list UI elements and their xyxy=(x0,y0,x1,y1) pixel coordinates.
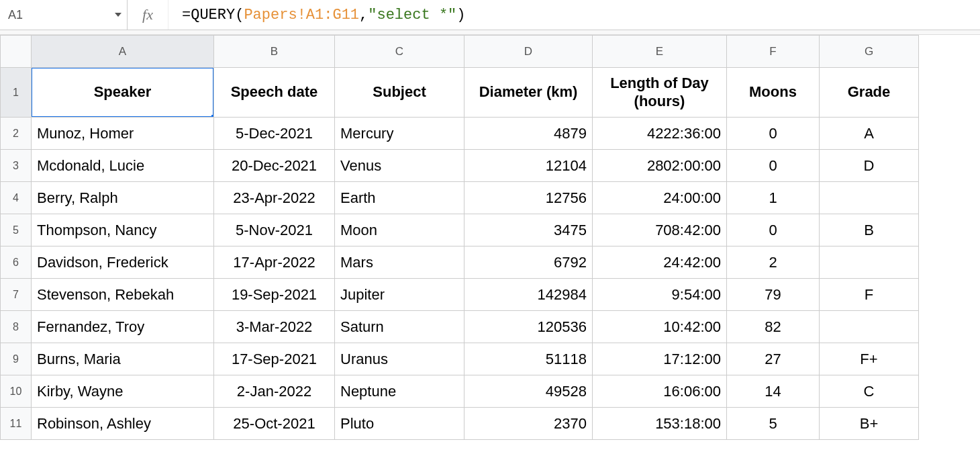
cell-B10[interactable]: 2-Jan-2022 xyxy=(214,375,335,408)
cell-E2[interactable]: 4222:36:00 xyxy=(593,118,727,150)
name-box-container[interactable] xyxy=(0,0,128,30)
cell-G1[interactable]: Grade xyxy=(820,68,919,118)
cell-C4[interactable]: Earth xyxy=(335,182,464,214)
cell-C5[interactable]: Moon xyxy=(335,214,464,246)
cell-A2[interactable]: Munoz, Homer xyxy=(32,118,214,150)
cell-G8[interactable] xyxy=(820,311,919,343)
cell-D11[interactable]: 2370 xyxy=(464,408,593,440)
name-box-dropdown-icon[interactable] xyxy=(115,13,121,17)
cell-B2[interactable]: 5-Dec-2021 xyxy=(214,118,335,150)
cell-D10[interactable]: 49528 xyxy=(464,375,593,408)
row-header-6[interactable]: 6 xyxy=(1,246,32,279)
row-header-1[interactable]: 1 xyxy=(1,68,32,118)
col-header-A[interactable]: A xyxy=(32,36,214,68)
cell-C10[interactable]: Neptune xyxy=(335,375,464,408)
cell-B9[interactable]: 17-Sep-2021 xyxy=(214,343,335,375)
select-all-corner[interactable] xyxy=(1,36,32,68)
cell-C1[interactable]: Subject xyxy=(335,68,464,118)
cell-A3[interactable]: Mcdonald, Lucie xyxy=(32,150,214,182)
cell-F8[interactable]: 82 xyxy=(727,311,820,343)
row-header-4[interactable]: 4 xyxy=(1,182,32,214)
cell-G11[interactable]: B+ xyxy=(820,408,919,440)
cell-A8[interactable]: Fernandez, Troy xyxy=(32,311,214,343)
cell-G5[interactable]: B xyxy=(820,214,919,246)
cell-B5[interactable]: 5-Nov-2021 xyxy=(214,214,335,246)
cell-D3[interactable]: 12104 xyxy=(464,150,593,182)
cell-D7[interactable]: 142984 xyxy=(464,279,593,311)
row-header-3[interactable]: 3 xyxy=(1,150,32,182)
cell-E9[interactable]: 17:12:00 xyxy=(593,343,727,375)
cell-B3[interactable]: 20-Dec-2021 xyxy=(214,150,335,182)
cell-C2[interactable]: Mercury xyxy=(335,118,464,150)
cell-A7[interactable]: Stevenson, Rebekah xyxy=(32,279,214,311)
cell-G7[interactable]: F xyxy=(820,279,919,311)
row-header-10[interactable]: 10 xyxy=(1,375,32,408)
cell-D1[interactable]: Diameter (km) xyxy=(464,68,593,118)
cell-F11[interactable]: 5 xyxy=(727,408,820,440)
cell-A1[interactable]: Speaker xyxy=(32,68,214,118)
row-header-7[interactable]: 7 xyxy=(1,279,32,311)
cell-F4[interactable]: 1 xyxy=(727,182,820,214)
col-header-B[interactable]: B xyxy=(214,36,335,68)
cell-A5[interactable]: Thompson, Nancy xyxy=(32,214,214,246)
cell-G3[interactable]: D xyxy=(820,150,919,182)
cell-B8[interactable]: 3-Mar-2022 xyxy=(214,311,335,343)
cell-D6[interactable]: 6792 xyxy=(464,246,593,279)
col-header-D[interactable]: D xyxy=(464,36,593,68)
cell-E6[interactable]: 24:42:00 xyxy=(593,246,727,279)
row-header-5[interactable]: 5 xyxy=(1,214,32,246)
cell-C6[interactable]: Mars xyxy=(335,246,464,279)
cell-E11[interactable]: 153:18:00 xyxy=(593,408,727,440)
cell-A4[interactable]: Berry, Ralph xyxy=(32,182,214,214)
col-header-E[interactable]: E xyxy=(593,36,727,68)
cell-E4[interactable]: 24:00:00 xyxy=(593,182,727,214)
cell-E3[interactable]: 2802:00:00 xyxy=(593,150,727,182)
cell-F10[interactable]: 14 xyxy=(727,375,820,408)
cell-G6[interactable] xyxy=(820,246,919,279)
cell-B7[interactable]: 19-Sep-2021 xyxy=(214,279,335,311)
cell-B1[interactable]: Speech date xyxy=(214,68,335,118)
cell-G2[interactable]: A xyxy=(820,118,919,150)
cell-C3[interactable]: Venus xyxy=(335,150,464,182)
cell-G4[interactable] xyxy=(820,182,919,214)
cell-C11[interactable]: Pluto xyxy=(335,408,464,440)
cell-E8[interactable]: 10:42:00 xyxy=(593,311,727,343)
cell-C9[interactable]: Uranus xyxy=(335,343,464,375)
col-header-C[interactable]: C xyxy=(335,36,464,68)
row-header-9[interactable]: 9 xyxy=(1,343,32,375)
cell-D5[interactable]: 3475 xyxy=(464,214,593,246)
cell-F1[interactable]: Moons xyxy=(727,68,820,118)
cell-D4[interactable]: 12756 xyxy=(464,182,593,214)
name-box[interactable] xyxy=(7,7,103,23)
cell-F7[interactable]: 79 xyxy=(727,279,820,311)
col-header-G[interactable]: G xyxy=(820,36,919,68)
cell-D9[interactable]: 51118 xyxy=(464,343,593,375)
cell-C8[interactable]: Saturn xyxy=(335,311,464,343)
cell-B11[interactable]: 25-Oct-2021 xyxy=(214,408,335,440)
cell-C7[interactable]: Jupiter xyxy=(335,279,464,311)
cell-B6[interactable]: 17-Apr-2022 xyxy=(214,246,335,279)
cell-A6[interactable]: Davidson, Frederick xyxy=(32,246,214,279)
cell-E7[interactable]: 9:54:00 xyxy=(593,279,727,311)
col-header-F[interactable]: F xyxy=(727,36,820,68)
cell-A11[interactable]: Robinson, Ashley xyxy=(32,408,214,440)
cell-E5[interactable]: 708:42:00 xyxy=(593,214,727,246)
cell-F5[interactable]: 0 xyxy=(727,214,820,246)
row-header-2[interactable]: 2 xyxy=(1,118,32,150)
row-header-8[interactable]: 8 xyxy=(1,311,32,343)
cell-B4[interactable]: 23-Apr-2022 xyxy=(214,182,335,214)
cell-D8[interactable]: 120536 xyxy=(464,311,593,343)
cell-E1[interactable]: Length of Day (hours) xyxy=(593,68,727,118)
row-header-11[interactable]: 11 xyxy=(1,408,32,440)
cell-G9[interactable]: F+ xyxy=(820,343,919,375)
cell-F9[interactable]: 27 xyxy=(727,343,820,375)
cell-F2[interactable]: 0 xyxy=(727,118,820,150)
cell-F3[interactable]: 0 xyxy=(727,150,820,182)
cell-A9[interactable]: Burns, Maria xyxy=(32,343,214,375)
cell-G10[interactable]: C xyxy=(820,375,919,408)
cell-F6[interactable]: 2 xyxy=(727,246,820,279)
formula-input[interactable]: =QUERY(Papers!A1:G11,"select *") xyxy=(168,0,980,30)
cell-A10[interactable]: Kirby, Wayne xyxy=(32,375,214,408)
cell-E10[interactable]: 16:06:00 xyxy=(593,375,727,408)
cell-D2[interactable]: 4879 xyxy=(464,118,593,150)
